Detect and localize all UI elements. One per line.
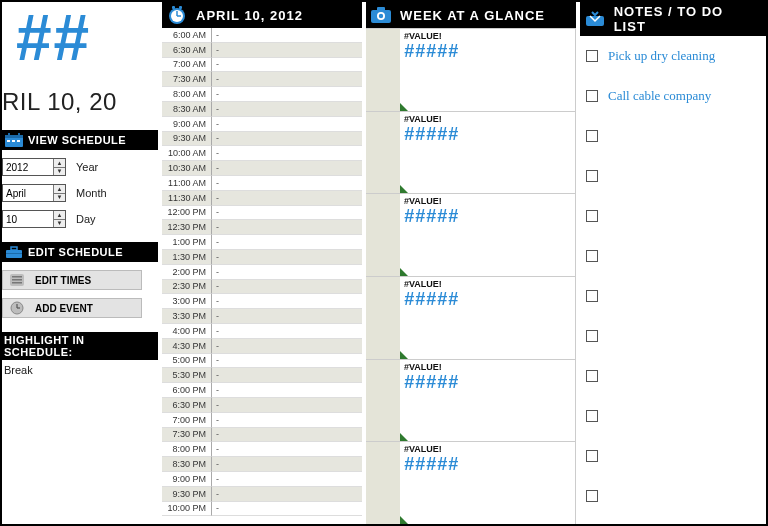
time-cell[interactable]: -	[212, 339, 362, 354]
time-row[interactable]: 6:30 AM-	[162, 43, 362, 58]
time-cell[interactable]: -	[212, 220, 362, 235]
time-cell[interactable]: -	[212, 294, 362, 309]
note-checkbox[interactable]	[586, 410, 598, 422]
week-day[interactable]: #VALUE!#####	[366, 441, 576, 524]
time-cell[interactable]: -	[212, 102, 362, 117]
time-cell[interactable]: -	[212, 235, 362, 250]
month-spinner[interactable]: April ▲▼	[2, 184, 66, 202]
time-row[interactable]: 9:30 AM-	[162, 132, 362, 147]
week-day-main[interactable]: #VALUE!#####	[400, 442, 576, 524]
week-day-main[interactable]: #VALUE!#####	[400, 194, 576, 276]
spinner-handle-icon[interactable]: ▲▼	[53, 159, 65, 175]
time-cell[interactable]: -	[212, 250, 362, 265]
time-row[interactable]: 12:00 PM-	[162, 206, 362, 221]
time-cell[interactable]: -	[212, 58, 362, 73]
time-cell[interactable]: -	[212, 354, 362, 369]
note-checkbox[interactable]	[586, 170, 598, 182]
spinner-handle-icon[interactable]: ▲▼	[53, 211, 65, 227]
time-cell[interactable]: -	[212, 472, 362, 487]
note-text[interactable]: Call cable company	[608, 88, 711, 104]
time-cell[interactable]: -	[212, 206, 362, 221]
note-checkbox[interactable]	[586, 450, 598, 462]
time-cell[interactable]: -	[212, 309, 362, 324]
note-checkbox[interactable]	[586, 250, 598, 262]
note-row[interactable]	[580, 396, 766, 436]
time-row[interactable]: 10:30 AM-	[162, 161, 362, 176]
time-row[interactable]: 4:30 PM-	[162, 339, 362, 354]
time-cell[interactable]: -	[212, 191, 362, 206]
note-checkbox[interactable]	[586, 370, 598, 382]
time-row[interactable]: 7:00 PM-	[162, 413, 362, 428]
time-row[interactable]: 8:30 AM-	[162, 102, 362, 117]
week-day-main[interactable]: #VALUE!#####	[400, 112, 576, 194]
time-row[interactable]: 6:30 PM-	[162, 398, 362, 413]
time-row[interactable]: 3:00 PM-	[162, 294, 362, 309]
time-row[interactable]: 8:30 PM-	[162, 457, 362, 472]
time-cell[interactable]: -	[212, 161, 362, 176]
note-text[interactable]: Pick up dry cleaning	[608, 48, 715, 64]
time-row[interactable]: 7:30 PM-	[162, 428, 362, 443]
time-row[interactable]: 5:30 PM-	[162, 368, 362, 383]
time-row[interactable]: 4:00 PM-	[162, 324, 362, 339]
time-cell[interactable]: -	[212, 502, 362, 517]
note-row[interactable]	[580, 156, 766, 196]
time-row[interactable]: 12:30 PM-	[162, 220, 362, 235]
note-row[interactable]	[580, 436, 766, 476]
spinner-handle-icon[interactable]: ▲▼	[53, 185, 65, 201]
time-cell[interactable]: -	[212, 383, 362, 398]
time-cell[interactable]: -	[212, 457, 362, 472]
week-day-main[interactable]: #VALUE!#####	[400, 277, 576, 359]
time-row[interactable]: 1:00 PM-	[162, 235, 362, 250]
week-day-main[interactable]: #VALUE!#####	[400, 29, 576, 111]
note-row[interactable]	[580, 356, 766, 396]
note-checkbox[interactable]	[586, 290, 598, 302]
time-row[interactable]: 9:00 AM-	[162, 117, 362, 132]
week-day[interactable]: #VALUE!#####	[366, 359, 576, 442]
note-row[interactable]	[580, 276, 766, 316]
time-row[interactable]: 9:30 PM-	[162, 487, 362, 502]
week-day[interactable]: #VALUE!#####	[366, 276, 576, 359]
time-cell[interactable]: -	[212, 176, 362, 191]
time-row[interactable]: 6:00 AM-	[162, 28, 362, 43]
note-checkbox[interactable]	[586, 330, 598, 342]
week-day-main[interactable]: #VALUE!#####	[400, 360, 576, 442]
edit-times-button[interactable]: EDIT TIMES	[2, 270, 142, 290]
note-row[interactable]	[580, 236, 766, 276]
time-cell[interactable]: -	[212, 324, 362, 339]
note-row[interactable]: Pick up dry cleaning	[580, 36, 766, 76]
time-cell[interactable]: -	[212, 398, 362, 413]
note-row[interactable]	[580, 316, 766, 356]
time-row[interactable]: 6:00 PM-	[162, 383, 362, 398]
time-cell[interactable]: -	[212, 428, 362, 443]
time-row[interactable]: 7:00 AM-	[162, 58, 362, 73]
week-day[interactable]: #VALUE!#####	[366, 111, 576, 194]
time-cell[interactable]: -	[212, 146, 362, 161]
note-checkbox[interactable]	[586, 210, 598, 222]
note-row[interactable]	[580, 196, 766, 236]
note-row[interactable]	[580, 476, 766, 516]
time-row[interactable]: 2:30 PM-	[162, 280, 362, 295]
note-row[interactable]	[580, 116, 766, 156]
time-cell[interactable]: -	[212, 265, 362, 280]
note-row[interactable]: Call cable company	[580, 76, 766, 116]
time-row[interactable]: 11:00 AM-	[162, 176, 362, 191]
time-row[interactable]: 5:00 PM-	[162, 354, 362, 369]
time-cell[interactable]: -	[212, 368, 362, 383]
time-row[interactable]: 11:30 AM-	[162, 191, 362, 206]
time-row[interactable]: 10:00 AM-	[162, 146, 362, 161]
time-cell[interactable]: -	[212, 72, 362, 87]
time-row[interactable]: 3:30 PM-	[162, 309, 362, 324]
time-cell[interactable]: -	[212, 117, 362, 132]
day-spinner[interactable]: 10 ▲▼	[2, 210, 66, 228]
year-spinner[interactable]: 2012 ▲▼	[2, 158, 66, 176]
note-checkbox[interactable]	[586, 50, 598, 62]
time-row[interactable]: 8:00 AM-	[162, 87, 362, 102]
time-cell[interactable]: -	[212, 43, 362, 58]
time-row[interactable]: 7:30 AM-	[162, 72, 362, 87]
week-day[interactable]: #VALUE!#####	[366, 193, 576, 276]
note-checkbox[interactable]	[586, 90, 598, 102]
week-day[interactable]: #VALUE!#####	[366, 28, 576, 111]
add-event-button[interactable]: ADD EVENT	[2, 298, 142, 318]
time-cell[interactable]: -	[212, 87, 362, 102]
time-row[interactable]: 10:00 PM-	[162, 502, 362, 517]
